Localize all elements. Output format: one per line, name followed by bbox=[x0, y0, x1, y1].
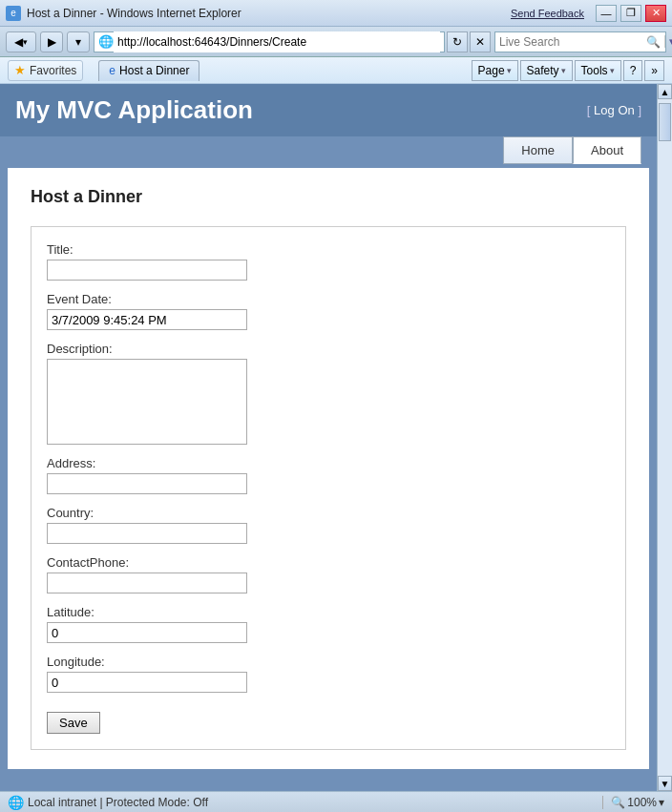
stop-icon: ✕ bbox=[475, 35, 485, 49]
zoom-dropdown-icon: ▾ bbox=[659, 796, 664, 809]
longitude-group: Longitude: bbox=[47, 655, 610, 693]
logon-area: [ Log On ] bbox=[587, 103, 641, 117]
favorites-bar: ★ Favorites e Host a Dinner Page ▾ Safet… bbox=[0, 57, 672, 84]
tools-dropdown-icon: ▾ bbox=[610, 66, 615, 75]
search-dropdown-icon[interactable]: ▾ bbox=[664, 35, 672, 48]
back-dropdown-icon: ▾ bbox=[23, 37, 28, 47]
browser-icon: e bbox=[6, 6, 21, 21]
globe-icon: 🌐 bbox=[8, 795, 24, 810]
search-icon: 🔍 bbox=[646, 35, 661, 49]
help-icon: ? bbox=[630, 64, 637, 77]
about-tab[interactable]: About bbox=[573, 136, 641, 164]
description-group: Description: bbox=[47, 342, 610, 445]
country-group: Country: bbox=[47, 506, 610, 544]
page-button[interactable]: Page ▾ bbox=[472, 60, 518, 81]
toolbar-right: Page ▾ Safety ▾ Tools ▾ ? » bbox=[472, 60, 664, 81]
safety-dropdown-icon: ▾ bbox=[561, 66, 566, 75]
logon-link[interactable]: Log On bbox=[594, 103, 635, 117]
longitude-input[interactable] bbox=[47, 672, 247, 693]
address-input[interactable] bbox=[114, 31, 440, 52]
scroll-down-button[interactable]: ▼ bbox=[658, 776, 672, 791]
content-area: Host a Dinner Title: Event Date: Descrip… bbox=[8, 168, 649, 769]
search-input[interactable] bbox=[499, 35, 642, 49]
title-bar: e Host a Dinner - Windows Internet Explo… bbox=[0, 0, 672, 27]
page-icon: 🌐 bbox=[98, 34, 114, 49]
latitude-group: Latitude: bbox=[47, 605, 610, 643]
favorites-button[interactable]: ★ Favorites bbox=[8, 60, 83, 81]
contact-phone-group: ContactPhone: bbox=[47, 555, 610, 593]
address-input[interactable] bbox=[47, 473, 247, 494]
event-date-group: Event Date: bbox=[47, 292, 610, 330]
star-icon: ★ bbox=[14, 63, 26, 77]
address-label: Address: bbox=[47, 456, 610, 470]
tab-label: Host a Dinner bbox=[119, 64, 189, 77]
title-label: Title: bbox=[47, 242, 610, 257]
scroll-up-button[interactable]: ▲ bbox=[658, 84, 672, 99]
title-input[interactable] bbox=[47, 260, 247, 281]
title-group: Title: bbox=[47, 242, 610, 281]
country-label: Country: bbox=[47, 506, 610, 520]
scrollbar: ▲ ▼ bbox=[657, 84, 672, 791]
contact-phone-input[interactable] bbox=[47, 573, 247, 593]
home-tab[interactable]: Home bbox=[503, 136, 573, 164]
app-title: My MVC Application bbox=[15, 95, 253, 125]
more-button[interactable]: » bbox=[644, 60, 664, 81]
ie-icon: e bbox=[109, 64, 116, 77]
back-button[interactable]: ◀ ▾ bbox=[6, 31, 36, 52]
zoom-level-text: 100% bbox=[627, 796, 657, 809]
stop-button[interactable]: ✕ bbox=[470, 31, 491, 52]
scroll-thumb[interactable] bbox=[659, 103, 671, 141]
latitude-input[interactable] bbox=[47, 622, 247, 643]
tools-label: Tools bbox=[581, 64, 608, 77]
page-wrapper: My MVC Application [ Log On ] Home About… bbox=[0, 84, 657, 791]
zoom-control[interactable]: 🔍 100% ▾ bbox=[611, 796, 664, 809]
up-arrow-icon: ▲ bbox=[661, 87, 670, 97]
minimize-button[interactable]: — bbox=[596, 5, 617, 22]
safety-button[interactable]: Safety ▾ bbox=[520, 60, 573, 81]
longitude-label: Longitude: bbox=[47, 655, 610, 669]
forward-arrow-icon: ▶ bbox=[48, 35, 56, 49]
save-button[interactable]: Save bbox=[47, 712, 100, 734]
help-button[interactable]: ? bbox=[623, 60, 643, 81]
scroll-track[interactable] bbox=[658, 99, 672, 776]
close-button[interactable]: ✕ bbox=[645, 5, 666, 22]
status-right: 🔍 100% ▾ bbox=[598, 796, 664, 809]
event-date-input[interactable] bbox=[47, 309, 247, 330]
send-feedback-link[interactable]: Send Feedback bbox=[511, 8, 584, 19]
more-icon: » bbox=[651, 64, 658, 77]
latitude-label: Latitude: bbox=[47, 605, 610, 619]
safety-label: Safety bbox=[527, 64, 559, 77]
tab-bar: e Host a Dinner bbox=[98, 60, 200, 81]
browser-content: My MVC Application [ Log On ] Home About… bbox=[0, 84, 672, 791]
about-tab-label: About bbox=[591, 143, 623, 157]
status-left: 🌐 Local intranet | Protected Mode: Off bbox=[8, 795, 208, 810]
dropdown-arrow-icon: ▾ bbox=[75, 35, 81, 49]
active-tab[interactable]: e Host a Dinner bbox=[98, 60, 200, 81]
status-divider bbox=[602, 796, 603, 809]
window-title: Host a Dinner - Windows Internet Explore… bbox=[27, 7, 242, 20]
logon-suffix: ] bbox=[638, 103, 641, 117]
dropdown-button[interactable]: ▾ bbox=[67, 31, 90, 52]
address-group: Address: bbox=[47, 456, 610, 494]
page-title: Host a Dinner bbox=[31, 187, 626, 207]
contact-phone-label: ContactPhone: bbox=[47, 555, 610, 570]
refresh-icon: ↻ bbox=[452, 35, 462, 49]
logon-prefix: [ bbox=[587, 103, 591, 117]
tools-button[interactable]: Tools ▾ bbox=[575, 60, 621, 81]
back-arrow-icon: ◀ bbox=[14, 35, 23, 49]
description-label: Description: bbox=[47, 342, 610, 356]
status-bar: 🌐 Local intranet | Protected Mode: Off 🔍… bbox=[0, 791, 672, 812]
refresh-button[interactable]: ↻ bbox=[447, 31, 468, 52]
form-box: Title: Event Date: Description: Address: bbox=[31, 226, 626, 750]
restore-button[interactable]: ❐ bbox=[620, 5, 641, 22]
down-arrow-icon: ▼ bbox=[661, 779, 670, 789]
home-tab-label: Home bbox=[521, 143, 555, 157]
country-input[interactable] bbox=[47, 523, 247, 544]
forward-button[interactable]: ▶ bbox=[40, 31, 63, 52]
event-date-label: Event Date: bbox=[47, 292, 610, 306]
search-box[interactable]: 🔍 ▾ bbox=[494, 31, 666, 52]
page-dropdown-icon: ▾ bbox=[507, 66, 512, 75]
zoom-icon: 🔍 bbox=[611, 796, 625, 809]
description-textarea[interactable] bbox=[47, 359, 247, 445]
address-bar: ◀ ▾ ▶ ▾ 🌐 ↻ ✕ 🔍 ▾ bbox=[0, 27, 672, 57]
